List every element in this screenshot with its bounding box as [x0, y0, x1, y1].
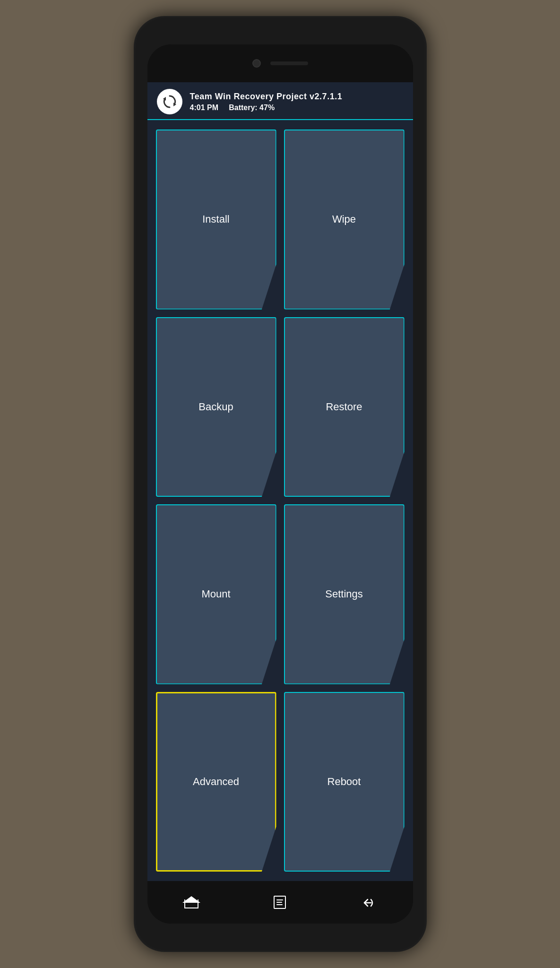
app-header: Team Win Recovery Project v2.7.1.1 4:01 … [147, 82, 413, 120]
home-icon [184, 896, 198, 908]
battery-status: Battery: 47% [229, 104, 275, 112]
main-button-grid: Install Wipe Backup Restore Mount Settin… [147, 120, 413, 881]
current-time: 4:01 PM [190, 104, 218, 112]
app-title: Team Win Recovery Project v2.7.1.1 [190, 92, 343, 102]
phone-inner: Team Win Recovery Project v2.7.1.1 4:01 … [147, 44, 413, 924]
recents-line-1 [276, 899, 283, 900]
recents-nav-button[interactable] [268, 890, 292, 914]
wipe-button[interactable]: Wipe [284, 130, 405, 310]
backup-button[interactable]: Backup [156, 317, 276, 497]
earpiece-speaker [270, 61, 308, 65]
header-status: 4:01 PM Battery: 47% [190, 104, 343, 112]
restore-button[interactable]: Restore [284, 317, 405, 497]
navigation-bar [147, 881, 413, 924]
phone-device: Team Win Recovery Project v2.7.1.1 4:01 … [134, 16, 427, 952]
front-camera [252, 59, 261, 68]
recents-line-3 [276, 904, 283, 905]
home-nav-button[interactable] [180, 890, 203, 914]
back-icon [362, 897, 376, 908]
twrp-logo [157, 89, 182, 114]
settings-button[interactable]: Settings [284, 504, 405, 684]
header-text-block: Team Win Recovery Project v2.7.1.1 4:01 … [190, 92, 343, 112]
advanced-button[interactable]: Advanced [156, 692, 276, 872]
install-button[interactable]: Install [156, 130, 276, 310]
recents-icon [274, 896, 286, 909]
twrp-logo-icon [161, 93, 178, 110]
mount-button[interactable]: Mount [156, 504, 276, 684]
top-sensors [147, 44, 413, 82]
reboot-button[interactable]: Reboot [284, 692, 405, 872]
back-nav-button[interactable] [357, 890, 380, 914]
recents-line-2 [276, 902, 282, 903]
screen: Team Win Recovery Project v2.7.1.1 4:01 … [147, 82, 413, 881]
